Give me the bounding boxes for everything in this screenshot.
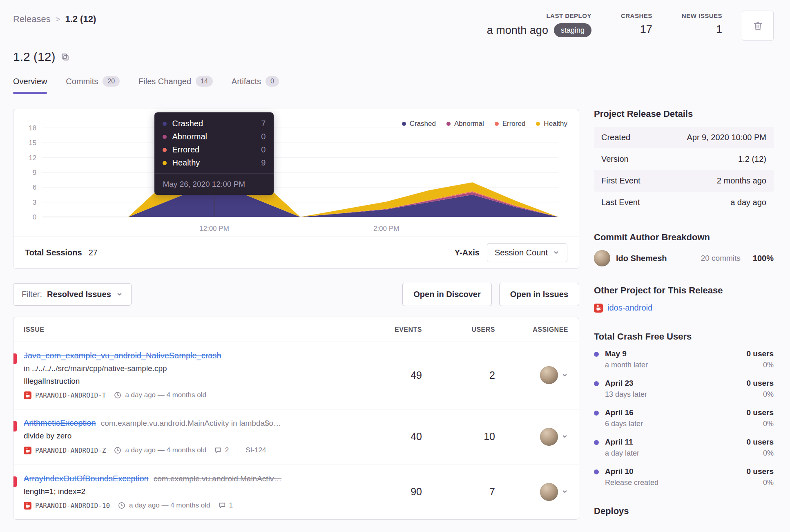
author-percent: 100%: [753, 254, 774, 263]
svg-text:12: 12: [29, 154, 36, 162]
events-count: 90: [349, 486, 422, 498]
crash-free-sublabel: 6 days later: [605, 420, 746, 428]
copy-icon[interactable]: [61, 53, 69, 61]
issue-title-link[interactable]: ArrayIndexOutOfBoundsException: [24, 474, 149, 483]
detail-value: Apr 9, 2020 10:00 PM: [687, 133, 766, 142]
sessions-chart[interactable]: 036912151812:00 PM2:00 PM: [13, 114, 579, 237]
detail-label: Version: [601, 154, 629, 164]
column-events: EVENTS: [349, 326, 422, 333]
crashes-label: CRASHES: [621, 12, 652, 19]
legend-item-errored[interactable]: Errored: [495, 120, 526, 128]
clock-icon: [114, 447, 121, 454]
clock-icon: [114, 391, 121, 399]
tooltip-label: Abnormal: [172, 132, 256, 141]
tab-overview[interactable]: Overview: [13, 76, 47, 94]
legend-item-abnormal[interactable]: Abnormal: [446, 120, 484, 128]
crash-free-row: April 11a day later0 users0%: [594, 438, 774, 458]
breadcrumb-releases-link[interactable]: Releases: [13, 14, 51, 25]
issue-row: Java_com_example_vu_android_NativeSample…: [13, 342, 579, 409]
environment-badge: staging: [554, 23, 591, 37]
error-level-indicator: [13, 476, 17, 487]
header-stats: LAST DEPLOY a month ago staging CRASHES …: [487, 11, 774, 41]
crashes-value: 17: [640, 23, 652, 36]
svg-text:0: 0: [33, 213, 36, 221]
issue-cell: ArrayIndexOutOfBoundsException com.examp…: [24, 474, 349, 510]
tooltip-date: May 26, 2020 12:00 PM: [154, 173, 274, 195]
issue-title-link[interactable]: Java_com_example_vu_android_NativeSample…: [24, 351, 221, 360]
comment-count[interactable]: 2: [214, 446, 229, 454]
legend-label: Crashed: [410, 120, 436, 128]
project-badge[interactable]: PARANOID-ANDROID-T: [24, 391, 106, 399]
issue-cell: ArithmeticException com.example.vu.andro…: [24, 418, 349, 455]
issue-culprit: com.example.vu.android.MainActivity in l…: [101, 419, 281, 428]
issue-message: divide by zero: [24, 431, 339, 440]
chart-legend: CrashedAbnormalErroredHealthy: [402, 120, 567, 128]
project-link[interactable]: idos-android: [607, 303, 652, 313]
crash-free-values: 0 users0%: [746, 438, 774, 458]
chevron-down-icon: [553, 249, 560, 256]
tab-files-changed[interactable]: Files Changed14: [138, 76, 213, 94]
trash-icon: [752, 20, 763, 31]
total-sessions-label: Total Sessions: [25, 248, 82, 257]
tab-count-badge: 14: [196, 76, 213, 87]
comment-count-text: 1: [229, 501, 233, 510]
crash-free-row: April 166 days later0 users0%: [594, 408, 774, 428]
comment-count-text: 2: [225, 446, 229, 454]
release-detail-row: Version1.2 (12): [594, 148, 774, 170]
project-badge[interactable]: PARANOID-ANDROID-10: [24, 502, 110, 510]
tooltip-row: Healthy9: [163, 158, 266, 168]
tooltip-row: Abnormal0: [163, 132, 266, 141]
chevron-down-icon: [561, 433, 568, 440]
java-platform-icon: [24, 502, 31, 510]
release-page: Releases > 1.2 (12) LAST DEPLOY a month …: [0, 0, 790, 532]
issue-annotation[interactable]: SI-124: [245, 446, 266, 454]
other-projects-heading: Other Project for This Release: [594, 285, 774, 296]
tab-commits[interactable]: Commits20: [66, 76, 120, 94]
sessions-chart-panel: 036912151812:00 PM2:00 PM CrashedAbnorma…: [13, 109, 579, 269]
assignee-control[interactable]: [495, 366, 568, 384]
project-badge[interactable]: PARANOID-ANDROID-Z: [24, 447, 106, 454]
sidebar: Project Release Details CreatedApr 9, 20…: [594, 109, 774, 532]
crash-free-percent: 0%: [763, 361, 774, 369]
issue-age-text: a day ago — 4 months old: [125, 446, 206, 454]
yaxis-select[interactable]: Session Count: [487, 243, 567, 262]
comment-icon: [219, 502, 226, 509]
tooltip-label: Healthy: [172, 158, 256, 168]
legend-item-crashed[interactable]: Crashed: [402, 120, 436, 128]
delete-release-button[interactable]: [742, 11, 774, 41]
crash-free-values: 0 users0%: [746, 349, 774, 369]
crash-free-date: April 16: [605, 408, 746, 417]
legend-label: Abnormal: [454, 120, 484, 128]
clock-icon: [118, 502, 125, 509]
tab-bar: OverviewCommits20Files Changed14Artifact…: [13, 76, 774, 94]
assignee-avatar: [540, 483, 558, 501]
users-count: 2: [422, 369, 495, 381]
tab-count-badge: 20: [103, 76, 120, 87]
assignee-avatar: [540, 428, 558, 446]
bullet-icon: [594, 352, 599, 357]
java-platform-icon: [24, 447, 31, 454]
assignee-control[interactable]: [495, 483, 568, 501]
crash-free-users: 0 users: [746, 438, 774, 447]
stat-last-deploy: LAST DEPLOY a month ago staging: [487, 12, 591, 37]
last-deploy-value: a month ago: [487, 24, 548, 37]
open-in-discover-button[interactable]: Open in Discover: [402, 283, 492, 306]
project-slug: PARANOID-ANDROID-T: [35, 391, 106, 399]
tooltip-row: Crashed7: [163, 119, 266, 128]
comment-count[interactable]: 1: [219, 501, 233, 510]
crash-free-sublabel: a month later: [605, 361, 746, 369]
error-level-indicator: [13, 421, 17, 431]
legend-item-healthy[interactable]: Healthy: [536, 120, 567, 128]
svg-text:18: 18: [29, 124, 36, 132]
tab-artifacts[interactable]: Artifacts0: [232, 76, 279, 94]
issue-culprit: com.example.vu.android.MainActiv…: [154, 474, 282, 483]
yaxis-label: Y-Axis: [455, 248, 480, 257]
open-in-issues-button[interactable]: Open in Issues: [499, 283, 579, 306]
release-detail-row: First Event2 months ago: [594, 170, 774, 192]
issue-title-link[interactable]: ArithmeticException: [24, 418, 96, 428]
bullet-icon: [594, 411, 599, 416]
assignee-control[interactable]: [495, 428, 568, 446]
filter-dropdown[interactable]: Filter: Resolved Issues: [13, 283, 132, 306]
issue-message: length=1; index=2: [24, 487, 339, 496]
issues-table-header: ISSUE EVENTS USERS ASSIGNEE: [13, 317, 579, 342]
